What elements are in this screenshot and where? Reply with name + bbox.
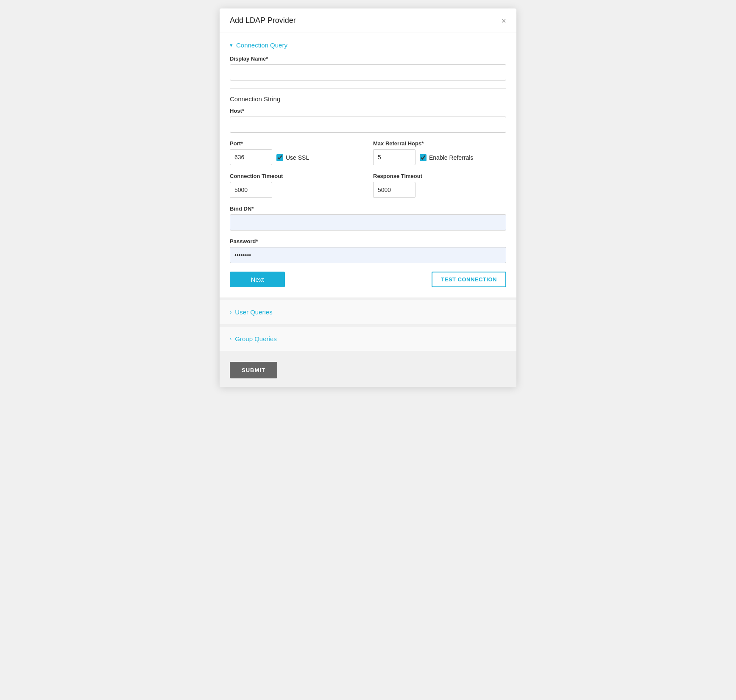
use-ssl-group: Use SSL [276,154,309,161]
user-queries-header[interactable]: › User Queries [220,300,516,324]
submit-area: SUBMIT [220,353,516,387]
port-label: Port* [230,140,363,147]
conn-timeout-label: Connection Timeout [230,173,363,179]
bind-dn-group: Bind DN* [230,206,506,231]
connection-string-title: Connection String [230,95,506,103]
use-ssl-checkbox[interactable] [276,154,283,161]
hops-input-group: 5 Enable Referrals [373,149,506,165]
host-group: Host* [230,108,506,133]
section-divider [230,88,506,89]
conn-timeout-group: Connection Timeout 5000 [230,173,363,198]
user-queries-title: User Queries [235,308,272,316]
modal-header: Add LDAP Provider × [220,8,516,33]
user-queries-section: › User Queries [220,300,516,327]
password-group: Password* [230,238,506,263]
submit-button[interactable]: SUBMIT [230,362,277,378]
port-input-group: 636 Use SSL [230,149,363,165]
hops-col: Max Referral Hops* 5 Enable Referrals [373,140,506,173]
port-col: Port* 636 Use SSL [230,140,363,173]
resp-timeout-input[interactable]: 5000 [373,182,415,198]
user-queries-chevron: › [230,309,231,315]
hops-input[interactable]: 5 [373,149,415,165]
password-label: Password* [230,238,506,244]
conn-timeout-col: Connection Timeout 5000 [230,173,363,206]
connection-query-section: ▾ Connection Query Display Name* Connect… [220,33,516,300]
actions-row: Next TEST CONNECTION [230,272,506,287]
display-name-input[interactable] [230,64,506,81]
password-input[interactable] [230,247,506,263]
close-button[interactable]: × [501,17,506,25]
port-hops-row: Port* 636 Use SSL Max Referral Hops* [230,140,506,173]
connection-query-header[interactable]: ▾ Connection Query [220,33,516,49]
timeout-row: Connection Timeout 5000 Response Timeout… [230,173,506,206]
enable-referrals-label[interactable]: Enable Referrals [429,154,473,161]
host-label: Host* [230,108,506,114]
test-connection-button[interactable]: TEST CONNECTION [432,272,506,287]
display-name-label: Display Name* [230,56,506,62]
port-group: Port* 636 Use SSL [230,140,363,165]
group-queries-header[interactable]: › Group Queries [220,327,516,351]
connection-query-title: Connection Query [236,42,287,49]
group-queries-section: › Group Queries [220,327,516,353]
use-ssl-label[interactable]: Use SSL [286,154,309,161]
resp-timeout-col: Response Timeout 5000 [373,173,506,206]
modal-title: Add LDAP Provider [230,16,296,25]
port-input[interactable]: 636 [230,149,272,165]
resp-timeout-group: Response Timeout 5000 [373,173,506,198]
host-input[interactable] [230,117,506,133]
bind-dn-input[interactable] [230,214,506,231]
display-name-group: Display Name* [230,56,506,81]
group-queries-title: Group Queries [235,335,276,342]
bind-dn-label: Bind DN* [230,206,506,212]
hops-label: Max Referral Hops* [373,140,506,147]
connection-query-chevron: ▾ [230,42,233,48]
conn-timeout-input[interactable]: 5000 [230,182,272,198]
enable-referrals-group: Enable Referrals [420,154,473,161]
resp-timeout-label: Response Timeout [373,173,506,179]
hops-group: Max Referral Hops* 5 Enable Referrals [373,140,506,165]
next-button[interactable]: Next [230,272,285,287]
group-queries-chevron: › [230,336,231,342]
enable-referrals-checkbox[interactable] [420,154,427,161]
add-ldap-provider-modal: Add LDAP Provider × ▾ Connection Query D… [220,8,516,387]
connection-query-body: Display Name* Connection String Host* Po… [220,49,516,297]
